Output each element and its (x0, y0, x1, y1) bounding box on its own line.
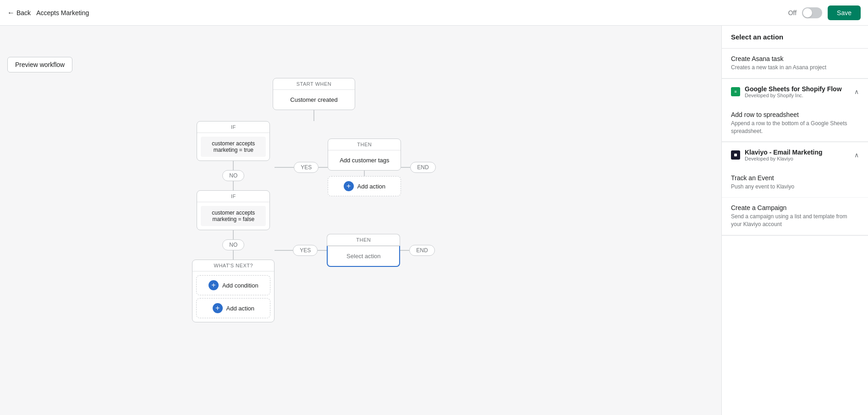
yes-then-1-row: YES THEN Add customer tags (275, 138, 435, 196)
preview-workflow-button[interactable]: Preview workflow (7, 57, 72, 72)
then-action-1: Add customer tags (328, 150, 401, 170)
add-action-button-2[interactable]: + Add action (196, 298, 270, 318)
add-condition-label: Add condition (222, 282, 258, 289)
yes-then-2-row: YES THEN Select action (275, 234, 434, 267)
if-condition-wrap-2: customer accepts marketing = false (197, 202, 269, 230)
klaviyo-subtitle: Developed by Klaviyo (745, 156, 823, 161)
then-box-2[interactable]: THEN (327, 234, 400, 246)
create-campaign-item[interactable]: Create a Campaign Send a campaign using … (722, 198, 868, 235)
track-event-title: Track an Event (731, 174, 859, 182)
google-sheets-header[interactable]: ≡ Google Sheets for Shopify Flow Develop… (722, 79, 868, 105)
google-sheets-icon: ≡ (731, 87, 740, 96)
google-sheets-title: Google Sheets for Shopify Flow (745, 85, 842, 93)
topbar-left: ← Back Accepts Marketing (7, 9, 89, 17)
back-arrow-icon: ← (7, 9, 15, 17)
toggle-switch[interactable] (802, 7, 822, 18)
yes-line-2b (318, 250, 327, 251)
klaviyo-dot (734, 154, 737, 156)
select-action-box[interactable]: Select action (327, 246, 400, 267)
google-sheets-title-wrap: Google Sheets for Shopify Flow Developed… (745, 85, 842, 98)
end-badge-2: END (409, 245, 434, 256)
if-then-row-1: IF customer accepts marketing = true NO … (192, 121, 435, 322)
line-1 (313, 110, 314, 121)
select-action-label: Select action (346, 253, 380, 260)
yes-line-2 (275, 250, 293, 251)
if-box-2[interactable]: IF customer accepts marketing = false (197, 190, 270, 230)
sidebar-klaviyo-section: Klaviyo - Email Marketing Developed by K… (722, 142, 868, 235)
google-sheets-title-row: ≡ Google Sheets for Shopify Flow Develop… (731, 85, 842, 98)
no-line-3 (233, 230, 234, 239)
chevron-up-icon: ∧ (854, 88, 859, 95)
toggle-label: Off (788, 9, 797, 17)
klaviyo-title: Klaviyo - Email Marketing (745, 149, 823, 156)
klaviyo-icon (731, 150, 740, 160)
sidebar: Select an action Create Asana task Creat… (721, 26, 868, 415)
if-box-1-v2[interactable]: IF customer accepts marketing = true (197, 121, 270, 161)
yes-line-1b (319, 167, 328, 168)
start-trigger: Customer created (273, 90, 355, 110)
canvas: Preview workflow START WHEN Customer cre… (0, 26, 721, 415)
google-sheets-subtitle: Developed by Shopify Inc. (745, 93, 842, 98)
plus-icon-2: + (213, 303, 223, 313)
create-campaign-title: Create a Campaign (731, 204, 859, 211)
main-layout: Preview workflow START WHEN Customer cre… (0, 26, 868, 415)
then-col-1: THEN Add customer tags + Add action (328, 138, 401, 196)
sidebar-header: Select an action (722, 26, 868, 49)
create-asana-title: Create Asana task (731, 55, 859, 62)
track-event-desc: Push any event to Klaviyo (731, 183, 859, 191)
page-title: Accepts Marketing (36, 9, 89, 17)
add-row-title: Add row to spreadsheet (731, 111, 859, 118)
then-col-2: THEN Select action (327, 234, 400, 267)
start-node-2[interactable]: START WHEN Customer created (273, 78, 355, 110)
no-line-2 (233, 181, 234, 190)
toggle-knob (803, 8, 812, 17)
klaviyo-title-wrap: Klaviyo - Email Marketing Developed by K… (745, 149, 823, 161)
create-campaign-desc: Send a campaign using a list and templat… (731, 213, 859, 228)
klaviyo-header[interactable]: Klaviyo - Email Marketing Developed by K… (722, 142, 868, 168)
start-header-2: START WHEN (273, 78, 355, 90)
whats-next-body: + Add condition + Add action (192, 271, 274, 322)
end-line-2 (400, 250, 409, 251)
if-condition-wrap-1: customer accepts marketing = true (197, 133, 269, 160)
no-badge-2: NO (222, 239, 244, 250)
yes-then-col: YES THEN Add customer tags (275, 121, 435, 267)
then-header-2: THEN (327, 234, 400, 246)
topbar-right: Off Save (788, 6, 861, 20)
track-event-item[interactable]: Track an Event Push any event to Klaviyo (722, 168, 868, 198)
back-button[interactable]: ← Back (7, 9, 31, 17)
no-line-4 (233, 250, 234, 260)
klaviyo-title-row: Klaviyo - Email Marketing Developed by K… (731, 149, 823, 161)
no-line-1 (233, 161, 234, 170)
plus-icon-3: + (344, 181, 354, 191)
then-header-1: THEN (328, 139, 401, 150)
yes-line-1 (275, 167, 294, 168)
sidebar-google-section: ≡ Google Sheets for Shopify Flow Develop… (722, 79, 868, 143)
if-label-2: IF (197, 191, 269, 202)
plus-icon-1: + (209, 280, 219, 290)
klaviyo-chevron-icon: ∧ (854, 151, 859, 159)
add-row-item[interactable]: Add row to spreadsheet Append a row to t… (722, 105, 868, 142)
add-condition-button[interactable]: + Add condition (196, 275, 270, 295)
add-action-label-2: Add action (226, 305, 254, 312)
yes-badge-2: YES (293, 245, 318, 256)
create-asana-item[interactable]: Create Asana task Creates a new task in … (722, 49, 868, 78)
yes-badge-1: YES (294, 162, 319, 173)
back-label: Back (16, 9, 31, 17)
if-col-1: IF customer accepts marketing = true NO … (192, 121, 275, 322)
create-asana-desc: Creates a new task in an Asana project (731, 64, 859, 72)
condition-text-1: customer accepts marketing = true (201, 137, 266, 157)
whats-next-header: WHAT'S NEXT? (192, 260, 274, 271)
if-label-1: IF (197, 122, 269, 133)
topbar: ← Back Accepts Marketing Off Save (0, 0, 868, 26)
then-box-1[interactable]: THEN Add customer tags (328, 138, 401, 171)
end-badge-1: END (410, 162, 435, 173)
no-badge-1-v2: NO (222, 170, 244, 181)
whats-next-box: WHAT'S NEXT? + Add condition + Add actio… (192, 260, 275, 322)
add-action-label-1: Add action (357, 183, 385, 190)
condition-text-2: customer accepts marketing = false (201, 206, 266, 226)
sidebar-shopify-section: Create Asana task Creates a new task in … (722, 49, 868, 79)
end-line-1 (401, 167, 410, 168)
add-action-button-1[interactable]: + Add action (328, 176, 401, 196)
add-row-desc: Append a row to the bottom of a Google S… (731, 120, 859, 135)
save-button[interactable]: Save (828, 6, 861, 20)
